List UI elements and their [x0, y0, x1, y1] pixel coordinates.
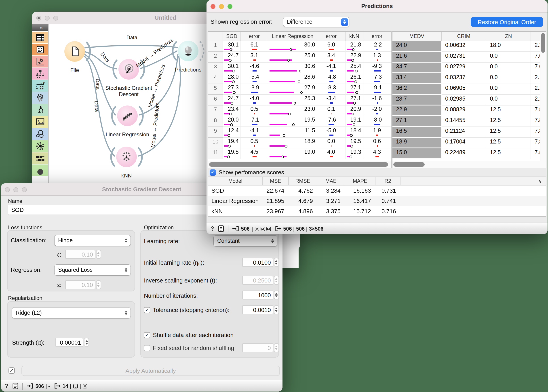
- node-predictions[interactable]: [178, 41, 198, 61]
- report-icon[interactable]: [13, 383, 19, 389]
- close-icon[interactable]: [5, 187, 10, 192]
- report-icon[interactable]: [218, 225, 224, 232]
- table-row[interactable]: 36.20.069050.02.18: [393, 84, 546, 95]
- data-col-header[interactable]: MEDV: [393, 32, 442, 41]
- node-linear-regression[interactable]: [117, 105, 138, 126]
- table-row[interactable]: 21.60.027310.07.07: [393, 52, 546, 63]
- scores-col-header[interactable]: R2: [375, 177, 400, 185]
- apply-auto-checkbox[interactable]: ✓: [8, 367, 15, 374]
- apply-automatically-button[interactable]: Apply Automatically: [21, 366, 280, 376]
- pred-col-header[interactable]: error: [317, 32, 345, 41]
- scores-row[interactable]: Linear Regression21.8954.6793.27116.4170…: [208, 196, 546, 206]
- node-knn[interactable]: [116, 147, 137, 167]
- scores-col-header[interactable]: RMSE: [289, 177, 317, 185]
- node-file[interactable]: [64, 41, 85, 62]
- shown-error-select[interactable]: Difference: [283, 17, 349, 27]
- stepper-icon[interactable]: [274, 305, 279, 314]
- table-row[interactable]: 624.7-4.025.3-3.427.1-1.6: [208, 95, 391, 105]
- data-col-header[interactable]: ZN: [486, 32, 531, 41]
- help-icon[interactable]: ?: [211, 225, 214, 232]
- predictions-titlebar[interactable]: Predictions: [206, 0, 548, 13]
- horizontal-scrollbar[interactable]: [393, 161, 546, 168]
- close-icon[interactable]: [36, 15, 41, 20]
- venn-diagram-icon[interactable]: [32, 128, 48, 140]
- select-columns-icon[interactable]: [32, 152, 48, 164]
- stepper-icon[interactable]: [96, 250, 101, 259]
- table-row[interactable]: 912.4-4.111.5-5.018.41.9: [208, 127, 391, 138]
- table-row[interactable]: 24.00.0063218.02.31: [393, 41, 546, 52]
- iterations-spinner[interactable]: [242, 291, 279, 300]
- regularization-select[interactable]: Ridge (L2): [12, 308, 131, 318]
- seed-checkbox-row[interactable]: Fixed seed for random shuffling:: [144, 345, 236, 351]
- regression-epsilon-spinner[interactable]: [65, 280, 101, 289]
- table-row[interactable]: 428.0-5.428.6-4.826.1-7.3: [208, 73, 391, 84]
- minimize-icon[interactable]: [14, 187, 18, 192]
- minimize-icon[interactable]: [219, 4, 224, 9]
- help-icon[interactable]: ?: [5, 383, 9, 389]
- checkbox-unchecked-icon[interactable]: [144, 345, 150, 351]
- table-row[interactable]: 22.90.0882912.57.87: [393, 105, 546, 116]
- predictions-table[interactable]: SGDerrorLinear RegressionerrorkNNerror 1…: [208, 31, 392, 168]
- toolbar-expander-icon[interactable]: »: [32, 24, 48, 31]
- data-sampler-icon[interactable]: [32, 44, 48, 56]
- zoom-icon[interactable]: [227, 4, 232, 9]
- scores-col-header[interactable]: MSE: [263, 177, 289, 185]
- table-row[interactable]: 34.70.027290.07.07: [393, 63, 546, 73]
- zoom-icon[interactable]: [53, 15, 58, 20]
- stepper-icon[interactable]: [84, 338, 89, 347]
- pred-col-header[interactable]: [208, 32, 223, 41]
- strength-spinner[interactable]: [56, 338, 89, 347]
- stepper-icon[interactable]: [274, 258, 279, 267]
- zoom-icon[interactable]: [22, 187, 27, 192]
- minimize-icon[interactable]: [45, 15, 50, 20]
- test-and-score-icon[interactable]: ✓✗✓: [32, 80, 48, 92]
- stepper-icon[interactable]: [96, 280, 101, 289]
- table-row[interactable]: 33.40.032370.02.18: [393, 73, 546, 84]
- data-table[interactable]: MEDVCRIMZN 24.00.0063218.02.3121.60.0273…: [392, 31, 546, 168]
- node-sgd[interactable]: [119, 59, 139, 80]
- checkbox-checked-icon[interactable]: ✓: [210, 169, 216, 175]
- show-scores-checkbox[interactable]: ✓ Show perfomance scores: [210, 169, 284, 176]
- restore-original-order-button[interactable]: Restore Original Order: [471, 17, 543, 27]
- clustering-icon[interactable]: [32, 92, 48, 104]
- network-icon[interactable]: [32, 140, 48, 152]
- data-table-icon[interactable]: [32, 32, 48, 43]
- horizontal-scrollbar[interactable]: [208, 161, 391, 168]
- inverse-exp-spinner[interactable]: [242, 276, 279, 285]
- scores-col-header[interactable]: MAPE: [345, 177, 375, 185]
- pred-col-header[interactable]: SGD: [223, 32, 241, 41]
- image-viewer-icon[interactable]: [32, 116, 48, 128]
- hidden-widget-icon[interactable]: [32, 164, 48, 176]
- pred-col-header[interactable]: Linear Regression: [268, 32, 317, 41]
- table-row[interactable]: 527.3-8.927.9-8.327.1-9.1: [208, 84, 391, 95]
- table-row[interactable]: 130.16.130.06.021.8-2.2: [208, 41, 391, 52]
- performance-scores-table[interactable]: ModelMSERMSEMAEMAPER2∨ SGD22.6744.7623.2…: [208, 176, 546, 217]
- classification-epsilon-spinner[interactable]: [65, 250, 101, 259]
- checkbox-checked-icon[interactable]: ✓: [8, 367, 15, 374]
- pred-col-header[interactable]: kNN: [345, 32, 363, 41]
- scores-col-header[interactable]: Model: [208, 177, 263, 185]
- pred-col-header[interactable]: error: [363, 32, 391, 41]
- table-row[interactable]: 820.0-7.119.5-7.619.1-8.0: [208, 116, 391, 127]
- close-icon[interactable]: [211, 4, 215, 9]
- shuffle-checkbox-row[interactable]: ✓ Shuffle data after each iteration: [144, 332, 233, 338]
- classification-select[interactable]: Hinge: [55, 235, 131, 246]
- table-row[interactable]: 723.40.523.00.120.9-2.0: [208, 105, 391, 116]
- table-row[interactable]: 16.50.2112412.57.87: [393, 127, 546, 138]
- checkbox-checked-icon[interactable]: ✓: [144, 332, 150, 338]
- table-row[interactable]: 1019.40.518.90.019.50.6: [208, 138, 391, 148]
- learning-rate-select[interactable]: Constant: [214, 236, 277, 246]
- seed-spinner[interactable]: [242, 343, 279, 352]
- data-digger-icon[interactable]: [32, 104, 48, 116]
- chevron-down-icon[interactable]: ∨: [538, 178, 542, 184]
- scores-row[interactable]: SGD22.6744.7623.28416.1630.731: [208, 185, 546, 196]
- stepper-icon[interactable]: [274, 276, 279, 285]
- data-col-header[interactable]: CRIM: [442, 32, 486, 41]
- initial-rate-spinner[interactable]: [242, 258, 279, 267]
- stepper-icon[interactable]: [274, 291, 279, 300]
- tree-viewer-icon[interactable]: [32, 68, 48, 80]
- table-row[interactable]: 224.73.125.03.422.91.3: [208, 52, 391, 63]
- tolerance-checkbox-row[interactable]: ✓ Tolerance (stopping criterion):: [144, 307, 230, 313]
- table-row[interactable]: 1119.54.519.04.019.34.3: [208, 148, 391, 159]
- pred-col-header[interactable]: error: [241, 32, 268, 41]
